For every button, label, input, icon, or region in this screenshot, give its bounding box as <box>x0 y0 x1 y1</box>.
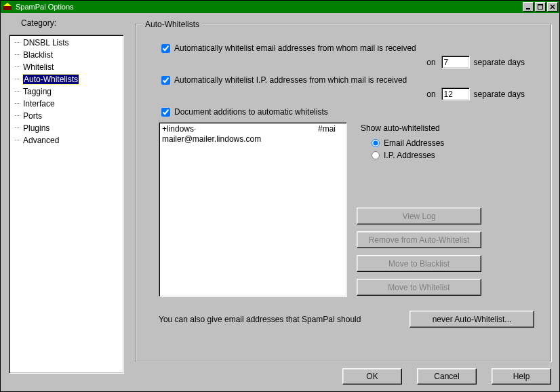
settings-panel: Auto-Whitelists Automatically whitelist … <box>135 18 551 386</box>
help-button[interactable]: Help <box>492 368 551 385</box>
svg-rect-4 <box>538 4 543 5</box>
tree-item-tagging[interactable]: Tagging <box>11 85 122 98</box>
options-window: SpamPal Options Category: DNSBL Lists Bl… <box>0 0 560 392</box>
show-label: Show auto-whitelisted <box>361 123 534 133</box>
maximize-button[interactable] <box>535 2 546 12</box>
never-autowhitelist-button[interactable]: never Auto-Whitelist... <box>409 311 534 328</box>
show-ip-label: I.P. Addresses <box>384 151 435 160</box>
footer-text: You can also give email addresses that S… <box>159 315 361 324</box>
check-ip-row: Automatically whitelist I.P. addresses f… <box>161 75 541 85</box>
show-ip-radio[interactable] <box>372 151 380 159</box>
tree-item-dnsbl[interactable]: DNSBL Lists <box>11 37 122 49</box>
document-additions-checkbox[interactable] <box>161 108 170 117</box>
close-button[interactable] <box>547 2 558 12</box>
auto-whitelist-ip-label: Automatically whitelist I.P. addresses f… <box>174 75 407 85</box>
show-email-label: Email Addresses <box>384 138 444 148</box>
app-icon <box>2 1 13 12</box>
list-tag: #mai <box>318 124 344 134</box>
radio-ip-row: I.P. Addresses <box>372 151 534 160</box>
list-addr: +lindows· <box>162 124 318 134</box>
window-title: SpamPal Options <box>16 3 523 11</box>
separate-days-label-2: separate days <box>474 90 525 99</box>
auto-whitelist-email-label: Automatically whitelist email addresses … <box>174 43 416 53</box>
remove-button[interactable]: Remove from Auto-Whitelist <box>357 231 481 248</box>
content-area: Category: DNSBL Lists Blacklist Whitelis… <box>1 13 559 391</box>
autowhitelists-group: Auto-Whitelists Automatically whitelist … <box>135 24 551 361</box>
tree-item-plugins[interactable]: Plugins <box>11 122 122 134</box>
on-label: on <box>426 58 435 67</box>
minimize-button[interactable] <box>523 2 534 12</box>
tree-item-whitelist[interactable]: Whitelist <box>11 61 122 73</box>
check-email-row: Automatically whitelist email addresses … <box>161 43 541 53</box>
ip-days-input[interactable] <box>441 87 470 100</box>
separate-days-label: separate days <box>474 58 525 67</box>
ip-days-row: on separate days <box>145 87 525 100</box>
footer-row: You can also give email addresses that S… <box>159 311 534 328</box>
view-log-button[interactable]: View Log <box>357 208 481 224</box>
titlebar: SpamPal Options <box>1 1 559 13</box>
move-whitelist-button[interactable]: Move to Whitelist <box>357 279 481 296</box>
list-tag <box>318 134 344 144</box>
whitelist-listbox[interactable]: +lindows· #mai mailer@mailer.lindows.com <box>159 122 347 297</box>
list-addr: mailer@mailer.lindows.com <box>162 134 318 144</box>
window-buttons <box>523 2 558 12</box>
tree-item-advanced[interactable]: Advanced <box>11 134 122 146</box>
tree-item-autowhitelists[interactable]: Auto-Whitelists <box>11 73 122 85</box>
mid-area: +lindows· #mai mailer@mailer.lindows.com… <box>159 122 534 297</box>
cancel-button[interactable]: Cancel <box>417 368 477 385</box>
category-label: Category: <box>21 18 56 28</box>
auto-whitelist-ip-checkbox[interactable] <box>161 76 170 85</box>
tree-item-ports[interactable]: Ports <box>11 110 122 122</box>
category-tree[interactable]: DNSBL Lists Blacklist Whitelist Auto-Whi… <box>9 35 124 374</box>
check-doc-row: Document additions to automatic whitelis… <box>161 107 541 117</box>
auto-whitelist-email-checkbox[interactable] <box>161 44 170 53</box>
ok-button[interactable]: OK <box>342 368 402 385</box>
svg-marker-1 <box>3 3 12 6</box>
right-column: Show auto-whitelisted Email Addresses I.… <box>357 122 534 297</box>
document-additions-label: Document additions to automatic whitelis… <box>174 107 328 117</box>
tree-item-interface[interactable]: Interface <box>11 98 122 110</box>
action-buttons: View Log Remove from Auto-Whitelist Move… <box>357 208 534 296</box>
list-item[interactable]: +lindows· #mai <box>162 124 344 134</box>
show-email-radio[interactable] <box>372 139 380 147</box>
email-days-input[interactable] <box>441 56 470 68</box>
tree-item-blacklist[interactable]: Blacklist <box>11 49 122 61</box>
on-label-2: on <box>426 90 435 99</box>
dialog-buttons: OK Cancel Help <box>342 368 551 385</box>
svg-rect-2 <box>526 8 530 9</box>
group-title: Auto-Whitelists <box>142 20 202 29</box>
svg-rect-0 <box>3 6 12 10</box>
list-item[interactable]: mailer@mailer.lindows.com <box>162 134 344 144</box>
move-blacklist-button[interactable]: Move to Blacklist <box>357 255 481 272</box>
email-days-row: on separate days <box>145 56 525 68</box>
radio-email-row: Email Addresses <box>372 138 534 148</box>
